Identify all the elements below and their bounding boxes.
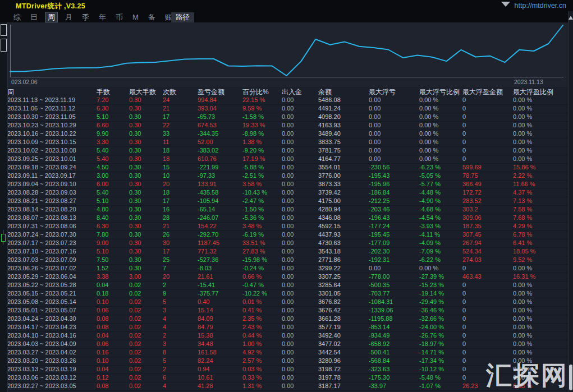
cell-balance: 5486.08 <box>318 96 341 104</box>
table-row[interactable]: 2023.09.18 ~ 2023.09.244.500.3015-221.99… <box>0 164 573 172</box>
table-row[interactable]: 2023.04.03 ~ 2023.04.090.060.02334.481.0… <box>0 340 573 349</box>
cell-pnl: 41.28 <box>198 382 213 390</box>
cell-max-float-loss: -195.43 <box>369 172 389 179</box>
table-row[interactable]: 2023.07.31 ~ 2023.08.066.300.3021154.223… <box>0 223 573 231</box>
website-link[interactable]: http://mtdriver.cn <box>515 2 566 10</box>
cell-lots: 3.30 <box>97 139 108 146</box>
table-row[interactable]: 2023.05.08 ~ 2023.05.140.100.0250.400.01… <box>0 298 573 307</box>
cell-balance: 3776.00 <box>318 172 341 179</box>
scrollbar-thumb[interactable] <box>569 365 572 390</box>
scroll-up-arrow-icon[interactable] <box>569 16 573 20</box>
cell-lots: 1.52 <box>97 265 108 272</box>
cell-trades: 7 <box>163 265 166 272</box>
menu-item-季[interactable]: 季 <box>80 12 91 22</box>
cell-trades: 2 <box>163 366 166 373</box>
cell-week: 2023.07.03 ~ 2023.07.09 <box>7 256 76 264</box>
cell-in-out: 0.00 <box>282 96 294 104</box>
cell-trades: 15 <box>163 164 169 171</box>
cell-pnl: 161.58 <box>198 349 217 356</box>
cell-in-out: 0.00 <box>282 265 294 272</box>
cell-max-float-profit: 283.52 <box>462 197 482 205</box>
caret-down-icon[interactable] <box>501 2 510 7</box>
cell-balance: 3442.54 <box>318 349 341 356</box>
table-row[interactable]: 2023.05.29 ~ 2023.06.043.383.002021.610.… <box>0 273 573 282</box>
table-row[interactable]: 2023.09.11 ~ 2023.09.173.000.3010-97.33-… <box>0 172 573 181</box>
cell-balance: 4491.24 <box>318 105 341 112</box>
table-row[interactable]: 2023.10.09 ~ 2023.10.153.300.301152.001.… <box>0 139 573 147</box>
cell-max-float-profit: 307.45 <box>462 231 482 238</box>
path-button[interactable]: 路径 <box>171 12 194 24</box>
table-row[interactable]: 2023.04.24 ~ 2023.04.300.080.02484.092.3… <box>0 315 573 324</box>
cell-max-float-loss: -212.25 <box>369 197 389 205</box>
table-row[interactable]: 2023.04.17 ~ 2023.04.230.080.02484.792.4… <box>0 324 573 332</box>
cell-pnl-pct: 3.58 % <box>242 181 262 188</box>
cell-max-float-loss: -195.45 <box>369 231 389 238</box>
table-row[interactable]: 2023.06.26 ~ 2023.07.021.520.307-8.03-0.… <box>0 265 573 273</box>
cell-week: 2023.05.29 ~ 2023.06.04 <box>7 273 76 280</box>
table-row[interactable]: 2023.08.21 ~ 2023.08.275.100.3017-105.94… <box>0 197 573 206</box>
cell-max-float-loss-pct: -5.05 % <box>419 172 441 179</box>
table-row[interactable]: 2023.03.27 ~ 2023.04.020.160.028161.584.… <box>0 349 573 357</box>
table-row[interactable]: 2023.10.16 ~ 2023.10.229.900.3033-344.35… <box>0 130 573 139</box>
table-row[interactable]: 2023.11.13 ~ 2023.11.197.200.3024994.842… <box>0 96 573 105</box>
table-row[interactable]: 2023.09.25 ~ 2023.10.015.400.3018610.761… <box>0 155 573 164</box>
menu-item-月[interactable]: 月 <box>63 12 75 22</box>
table-row[interactable]: 2023.05.15 ~ 2023.05.210.180.029-375.77-… <box>0 290 573 298</box>
menu-item-年[interactable]: 年 <box>97 12 108 22</box>
menu-item-备[interactable]: 备 <box>146 12 158 22</box>
panel-handle[interactable] <box>1 39 7 52</box>
cell-pnl: 610.76 <box>198 155 217 163</box>
cell-lots: 7.50 <box>97 256 108 264</box>
menu-item-日[interactable]: 日 <box>28 12 40 22</box>
cell-max-lots: 0.30 <box>129 113 141 121</box>
cell-lots: 0.08 <box>97 382 108 390</box>
table-row[interactable]: 2023.10.23 ~ 2023.10.296.600.3022674.531… <box>0 122 573 130</box>
cell-max-float-profit-pct: 7.68 % <box>513 214 532 222</box>
table-row[interactable]: 2023.08.28 ~ 2023.09.035.400.3018-435.58… <box>0 189 573 197</box>
cell-max-float-profit-pct: 0.00 % <box>513 147 532 154</box>
cell-week: 2023.02.27 ~ 2023.03.05 <box>7 382 76 390</box>
cell-max-lots: 0.30 <box>129 189 141 196</box>
table-row[interactable]: 2023.07.10 ~ 2023.07.165.100.3017771.322… <box>0 248 573 256</box>
menu-item-M[interactable]: M <box>130 12 141 22</box>
table-row[interactable]: 2023.07.17 ~ 2023.07.239.000.30301187.45… <box>0 239 573 248</box>
panel-handle[interactable] <box>1 24 7 36</box>
cell-max-lots: 0.30 <box>129 130 141 137</box>
cell-max-lots: 0.30 <box>129 239 141 247</box>
cell-max-float-loss-pct: -1.07 % <box>419 382 441 390</box>
cell-pnl: 133.91 <box>198 181 217 188</box>
table-row[interactable]: 2023.08.14 ~ 2023.08.204.800.3016-65.14-… <box>0 206 573 214</box>
cell-balance: 3739.42 <box>318 189 341 196</box>
cell-trades: 20 <box>163 273 169 280</box>
table-row[interactable]: 2023.05.01 ~ 2023.05.070.060.02315.140.4… <box>0 307 573 315</box>
cell-trades: 28 <box>163 214 169 222</box>
cell-week: 2023.05.08 ~ 2023.05.14 <box>7 298 76 306</box>
cell-week: 2023.07.24 ~ 2023.07.30 <box>7 231 76 238</box>
menu-item-周[interactable]: 周 <box>45 12 58 22</box>
table-row[interactable]: 2023.04.10 ~ 2023.04.160.040.02215.380.4… <box>0 332 573 340</box>
cell-trades: 17 <box>163 248 169 255</box>
cell-max-float-profit: 0 <box>462 139 466 146</box>
cell-pnl-pct: 1.00 % <box>242 340 262 348</box>
cell-max-float-profit: 0 <box>462 357 466 365</box>
table-row[interactable]: 2023.10.02 ~ 2023.10.085.400.3018-383.02… <box>0 147 573 155</box>
cell-balance: 3197.78 <box>318 374 341 381</box>
table-row[interactable]: 2023.07.03 ~ 2023.07.097.500.3025-527.36… <box>0 256 573 265</box>
menu-item-币[interactable]: 币 <box>113 12 125 22</box>
table-row[interactable]: 2023.11.06 ~ 2023.11.126.300.3021393.049… <box>0 105 573 113</box>
table-row[interactable]: 2023.10.30 ~ 2023.11.055.100.3017-65.73-… <box>0 113 573 122</box>
cell-max-float-loss: 0.00 <box>369 130 381 137</box>
cell-in-out: 0.00 <box>282 214 294 222</box>
cell-max-float-profit: 0 <box>462 366 466 373</box>
table-row[interactable]: 2023.08.07 ~ 2023.08.138.400.3028-246.07… <box>0 214 573 223</box>
menu-item-综[interactable]: 综 <box>11 12 23 22</box>
table-row[interactable]: 2023.09.04 ~ 2023.09.106.000.3020133.913… <box>0 181 573 189</box>
table-row[interactable]: 2023.07.24 ~ 2023.07.307.800.3026-292.70… <box>0 231 573 239</box>
cell-balance: 4163.93 <box>318 122 341 129</box>
cell-balance: 3489.40 <box>318 130 341 137</box>
cell-trades: 16 <box>163 206 169 213</box>
cell-in-out: 0.00 <box>282 231 294 238</box>
vertical-scrollbar[interactable] <box>568 11 573 392</box>
table-row[interactable]: 2023.05.22 ~ 2023.05.280.040.022-15.41-0… <box>0 282 573 290</box>
cell-max-float-loss: 0.00 <box>369 139 381 146</box>
